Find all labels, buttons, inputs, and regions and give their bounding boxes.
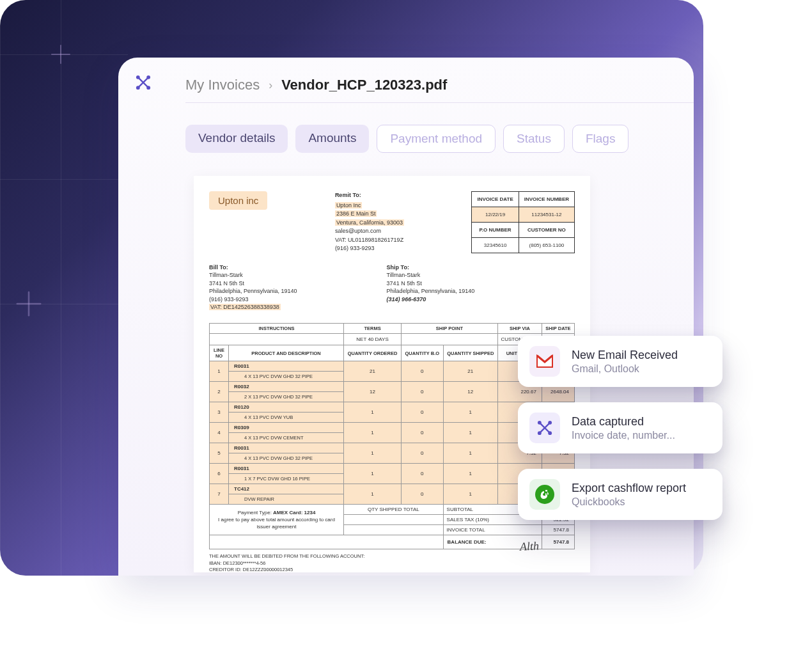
chevron-right-icon: › bbox=[269, 79, 272, 92]
sidebar-logo[interactable] bbox=[134, 74, 152, 94]
tab-payment-method[interactable]: Payment method bbox=[377, 125, 496, 153]
tab-amounts[interactable]: Amounts bbox=[295, 125, 369, 153]
card-title: Data captured bbox=[572, 415, 675, 429]
tab-flags[interactable]: Flags bbox=[572, 125, 629, 153]
logo-icon bbox=[134, 74, 152, 91]
footer-account-info: THE AMOUNT WILL BE DEBITED FROM THE FOLL… bbox=[209, 553, 575, 572]
svg-point-8 bbox=[535, 485, 554, 504]
invoice-meta-table: INVOICE DATEINVOICE NUMBER 12/22/1911234… bbox=[471, 191, 575, 253]
breadcrumb: My Invoices › Vendor_HCP_120323.pdf bbox=[185, 77, 447, 93]
vendor-name-highlight: Upton inc bbox=[209, 191, 267, 210]
card-email-received[interactable]: New Email Received Gmail, Outlook bbox=[518, 336, 722, 387]
bill-to-address: Bill To: Tillman-Stark 3741 N 5th St Phi… bbox=[209, 264, 297, 312]
breadcrumb-parent[interactable]: My Invoices bbox=[185, 77, 260, 93]
ship-to-address: Ship To: Tillman-Stark 3741 N 5th St Phi… bbox=[387, 264, 475, 312]
network-icon bbox=[529, 413, 560, 443]
card-title: Export cashflow report bbox=[572, 482, 686, 495]
tabs: Vendor details Amounts Payment method St… bbox=[185, 125, 629, 153]
card-data-captured[interactable]: Data captured Invoice date, number... bbox=[518, 402, 722, 453]
card-subtitle: Quickbooks bbox=[572, 496, 686, 508]
card-subtitle: Invoice date, number... bbox=[572, 430, 675, 441]
quickbooks-icon bbox=[529, 479, 560, 510]
card-export-report[interactable]: Export cashflow report Quickbooks bbox=[518, 469, 722, 520]
sparkle-decoration bbox=[17, 292, 42, 317]
card-subtitle: Gmail, Outlook bbox=[572, 363, 678, 375]
card-title: New Email Received bbox=[572, 349, 678, 362]
breadcrumb-current: Vendor_HCP_120323.pdf bbox=[281, 77, 447, 93]
remit-address: Remit To: Upton Inc 2386 E Main St Ventu… bbox=[335, 191, 404, 253]
divider bbox=[185, 102, 694, 103]
sparkle-decoration bbox=[51, 45, 70, 64]
tab-vendor-details[interactable]: Vendor details bbox=[185, 125, 288, 153]
gmail-icon bbox=[529, 346, 560, 377]
signature: Alth bbox=[519, 539, 539, 554]
tab-status[interactable]: Status bbox=[503, 125, 565, 153]
action-cards: New Email Received Gmail, Outlook Data c… bbox=[518, 336, 722, 520]
